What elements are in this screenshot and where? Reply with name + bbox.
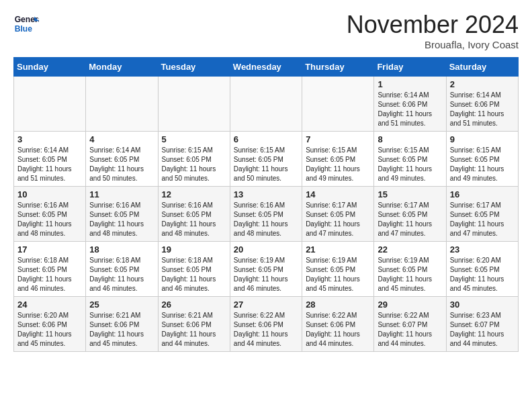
- day-number: 21: [306, 244, 370, 255]
- day-info: Sunrise: 6:14 AM Sunset: 6:06 PM Dayligh…: [450, 91, 515, 128]
- day-number: 15: [378, 189, 442, 199]
- calendar-cell: [158, 77, 230, 132]
- calendar-cell: 26Sunrise: 6:21 AM Sunset: 6:06 PM Dayli…: [158, 297, 230, 352]
- day-number: 10: [17, 189, 82, 199]
- calendar-cell: 21Sunrise: 6:19 AM Sunset: 6:05 PM Dayli…: [302, 242, 374, 297]
- day-number: 3: [17, 134, 82, 144]
- day-info: Sunrise: 6:18 AM Sunset: 6:05 PM Dayligh…: [162, 256, 226, 293]
- calendar-cell: [302, 77, 374, 132]
- day-info: Sunrise: 6:17 AM Sunset: 6:05 PM Dayligh…: [306, 201, 370, 238]
- calendar-cell: 4Sunrise: 6:14 AM Sunset: 6:05 PM Daylig…: [86, 132, 158, 187]
- calendar-cell: 13Sunrise: 6:16 AM Sunset: 6:05 PM Dayli…: [230, 187, 302, 242]
- day-number: 1: [378, 79, 442, 89]
- calendar-cell: 27Sunrise: 6:22 AM Sunset: 6:06 PM Dayli…: [230, 297, 302, 352]
- day-info: Sunrise: 6:17 AM Sunset: 6:05 PM Dayligh…: [450, 201, 515, 238]
- weekday-header-thursday: Thursday: [302, 58, 374, 77]
- day-info: Sunrise: 6:22 AM Sunset: 6:06 PM Dayligh…: [306, 311, 370, 349]
- day-info: Sunrise: 6:18 AM Sunset: 6:05 PM Dayligh…: [17, 256, 82, 293]
- day-number: 9: [450, 134, 515, 144]
- day-number: 27: [234, 300, 298, 310]
- day-number: 6: [234, 134, 298, 144]
- calendar-cell: [230, 77, 302, 132]
- calendar-cell: 14Sunrise: 6:17 AM Sunset: 6:05 PM Dayli…: [302, 187, 374, 242]
- calendar-cell: 15Sunrise: 6:17 AM Sunset: 6:05 PM Dayli…: [374, 187, 446, 242]
- day-number: 4: [89, 134, 154, 144]
- day-info: Sunrise: 6:19 AM Sunset: 6:05 PM Dayligh…: [378, 256, 442, 293]
- location: Brouafla, Ivory Coast: [347, 39, 519, 50]
- day-number: 19: [162, 244, 226, 255]
- day-number: 11: [89, 189, 154, 199]
- day-number: 14: [306, 189, 370, 199]
- day-number: 24: [17, 300, 82, 310]
- month-title: November 2024: [347, 11, 519, 39]
- day-info: Sunrise: 6:16 AM Sunset: 6:05 PM Dayligh…: [89, 201, 154, 238]
- calendar-cell: 25Sunrise: 6:21 AM Sunset: 6:06 PM Dayli…: [86, 297, 158, 352]
- day-number: 12: [162, 189, 226, 199]
- calendar-cell: 6Sunrise: 6:15 AM Sunset: 6:05 PM Daylig…: [230, 132, 302, 187]
- day-number: 23: [450, 244, 515, 255]
- calendar-cell: 30Sunrise: 6:23 AM Sunset: 6:07 PM Dayli…: [446, 297, 518, 352]
- weekday-header-tuesday: Tuesday: [158, 58, 230, 77]
- calendar-cell: 18Sunrise: 6:18 AM Sunset: 6:05 PM Dayli…: [86, 242, 158, 297]
- calendar-cell: 10Sunrise: 6:16 AM Sunset: 6:05 PM Dayli…: [14, 187, 86, 242]
- header: General Blue November 2024 Brouafla, Ivo…: [13, 11, 519, 50]
- calendar-cell: 23Sunrise: 6:20 AM Sunset: 6:05 PM Dayli…: [446, 242, 518, 297]
- day-number: 8: [378, 134, 442, 144]
- calendar-cell: 1Sunrise: 6:14 AM Sunset: 6:06 PM Daylig…: [374, 77, 446, 132]
- calendar-cell: [86, 77, 158, 132]
- calendar-cell: 29Sunrise: 6:22 AM Sunset: 6:07 PM Dayli…: [374, 297, 446, 352]
- calendar-cell: 24Sunrise: 6:20 AM Sunset: 6:06 PM Dayli…: [14, 297, 86, 352]
- weekday-header-monday: Monday: [86, 58, 158, 77]
- day-info: Sunrise: 6:16 AM Sunset: 6:05 PM Dayligh…: [162, 201, 226, 238]
- day-number: 13: [234, 189, 298, 199]
- weekday-header-friday: Friday: [374, 58, 446, 77]
- day-info: Sunrise: 6:15 AM Sunset: 6:05 PM Dayligh…: [306, 146, 370, 183]
- calendar-cell: [14, 77, 86, 132]
- day-number: 22: [378, 244, 442, 255]
- day-info: Sunrise: 6:21 AM Sunset: 6:06 PM Dayligh…: [162, 311, 226, 349]
- page: General Blue November 2024 Brouafla, Ivo…: [0, 0, 532, 363]
- day-info: Sunrise: 6:14 AM Sunset: 6:06 PM Dayligh…: [378, 91, 442, 128]
- day-info: Sunrise: 6:16 AM Sunset: 6:05 PM Dayligh…: [234, 201, 298, 238]
- day-info: Sunrise: 6:15 AM Sunset: 6:05 PM Dayligh…: [378, 146, 442, 183]
- day-number: 20: [234, 244, 298, 255]
- day-number: 17: [17, 244, 82, 255]
- day-number: 28: [306, 300, 370, 310]
- day-info: Sunrise: 6:21 AM Sunset: 6:06 PM Dayligh…: [89, 311, 154, 349]
- calendar-cell: 8Sunrise: 6:15 AM Sunset: 6:05 PM Daylig…: [374, 132, 446, 187]
- calendar-cell: 11Sunrise: 6:16 AM Sunset: 6:05 PM Dayli…: [86, 187, 158, 242]
- day-number: 16: [450, 189, 515, 199]
- day-info: Sunrise: 6:22 AM Sunset: 6:06 PM Dayligh…: [234, 311, 298, 349]
- day-info: Sunrise: 6:16 AM Sunset: 6:05 PM Dayligh…: [17, 201, 82, 238]
- day-number: 18: [89, 244, 154, 255]
- day-info: Sunrise: 6:15 AM Sunset: 6:05 PM Dayligh…: [450, 146, 515, 183]
- day-number: 25: [89, 300, 154, 310]
- svg-text:Blue: Blue: [15, 24, 32, 34]
- calendar-cell: 7Sunrise: 6:15 AM Sunset: 6:05 PM Daylig…: [302, 132, 374, 187]
- day-info: Sunrise: 6:20 AM Sunset: 6:05 PM Dayligh…: [450, 256, 515, 293]
- weekday-header-saturday: Saturday: [446, 58, 518, 77]
- day-number: 5: [162, 134, 226, 144]
- calendar-cell: 9Sunrise: 6:15 AM Sunset: 6:05 PM Daylig…: [446, 132, 518, 187]
- weekday-header-sunday: Sunday: [14, 58, 86, 77]
- day-number: 26: [162, 300, 226, 310]
- calendar-cell: 19Sunrise: 6:18 AM Sunset: 6:05 PM Dayli…: [158, 242, 230, 297]
- calendar-cell: 17Sunrise: 6:18 AM Sunset: 6:05 PM Dayli…: [14, 242, 86, 297]
- weekday-header-wednesday: Wednesday: [230, 58, 302, 77]
- day-info: Sunrise: 6:14 AM Sunset: 6:05 PM Dayligh…: [17, 146, 82, 183]
- calendar-cell: 2Sunrise: 6:14 AM Sunset: 6:06 PM Daylig…: [446, 77, 518, 132]
- day-info: Sunrise: 6:19 AM Sunset: 6:05 PM Dayligh…: [234, 256, 298, 293]
- day-info: Sunrise: 6:15 AM Sunset: 6:05 PM Dayligh…: [162, 146, 226, 183]
- day-info: Sunrise: 6:19 AM Sunset: 6:05 PM Dayligh…: [306, 256, 370, 293]
- day-info: Sunrise: 6:17 AM Sunset: 6:05 PM Dayligh…: [378, 201, 442, 238]
- calendar-cell: 12Sunrise: 6:16 AM Sunset: 6:05 PM Dayli…: [158, 187, 230, 242]
- day-info: Sunrise: 6:15 AM Sunset: 6:05 PM Dayligh…: [234, 146, 298, 183]
- calendar-cell: 3Sunrise: 6:14 AM Sunset: 6:05 PM Daylig…: [14, 132, 86, 187]
- calendar-cell: 28Sunrise: 6:22 AM Sunset: 6:06 PM Dayli…: [302, 297, 374, 352]
- day-info: Sunrise: 6:23 AM Sunset: 6:07 PM Dayligh…: [450, 311, 515, 349]
- day-info: Sunrise: 6:18 AM Sunset: 6:05 PM Dayligh…: [89, 256, 154, 293]
- title-block: November 2024 Brouafla, Ivory Coast: [347, 11, 519, 50]
- day-number: 2: [450, 79, 515, 89]
- day-number: 29: [378, 300, 442, 310]
- calendar-cell: 20Sunrise: 6:19 AM Sunset: 6:05 PM Dayli…: [230, 242, 302, 297]
